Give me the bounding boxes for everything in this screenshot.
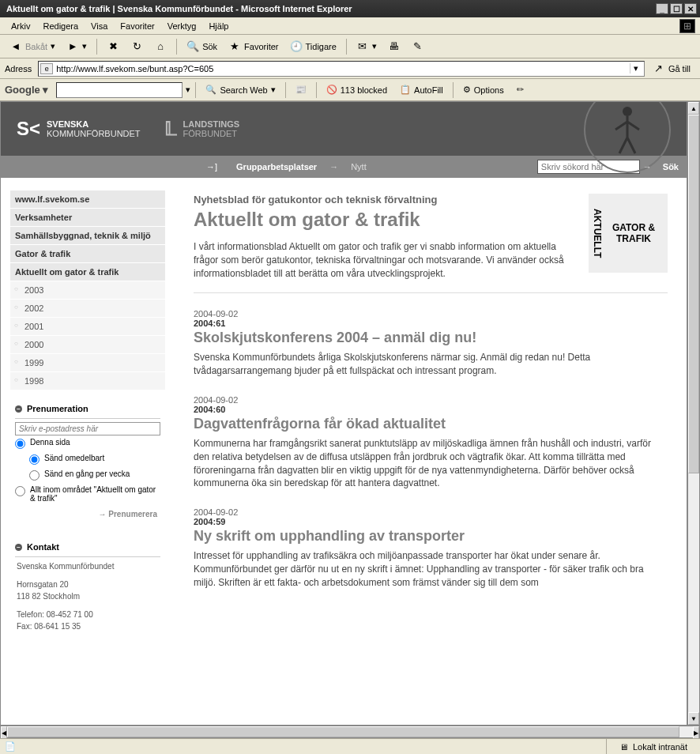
article: 2004-09-02 2004:60 Dagvattenfrågorna får…	[194, 395, 668, 490]
sidebar-year-2002[interactable]: 2002	[10, 300, 165, 317]
radio-immediate[interactable]	[29, 454, 40, 465]
google-blocked-button[interactable]: 🚫113 blocked	[322, 82, 392, 97]
menu-arkiv[interactable]: Arkiv	[5, 20, 36, 32]
aktuellt-logo-image: AKTUELLT GATOR & TRAFIK	[589, 194, 668, 273]
article-body: Intresset för upphandling av trafiksäkra…	[194, 549, 668, 589]
history-icon: 🕘	[290, 40, 303, 53]
main-content: AKTUELLT GATOR & TRAFIK Nyhetsblad för g…	[175, 178, 687, 725]
sidebar-item-samhallsbyggnad[interactable]: Samhällsbyggnad, teknik & miljö	[10, 227, 165, 244]
go-button[interactable]: ↗ Gå till	[648, 61, 695, 77]
close-button[interactable]: ✕	[684, 3, 697, 14]
search-icon: 🔍	[205, 85, 216, 95]
article-date: 2004-09-02	[194, 309, 668, 319]
sidebar-year-2000[interactable]: 2000	[10, 336, 165, 353]
radio-denna-sida[interactable]	[15, 439, 25, 449]
google-search-input[interactable]	[56, 82, 183, 98]
menu-redigera[interactable]: Redigera	[36, 20, 85, 32]
back-arrow-icon: ◄	[9, 40, 22, 53]
favorites-icon: ★	[228, 40, 241, 53]
google-logo[interactable]: Google ▾	[5, 84, 53, 96]
scroll-right-button[interactable]: ▶	[693, 726, 699, 739]
minus-icon: −	[15, 544, 22, 551]
radio-weekly[interactable]	[29, 470, 40, 481]
home-button[interactable]: ⌂	[149, 38, 171, 55]
nav-grupparbetsplatser[interactable]: Grupparbetsplatser	[224, 162, 329, 172]
status-zone: Lokalt intranät	[633, 742, 687, 752]
history-button[interactable]: 🕘Tidigare	[285, 38, 341, 55]
sidebar-item-aktuellt[interactable]: Aktuellt om gator & trafik	[10, 263, 165, 281]
google-search-web-button[interactable]: 🔍Search Web ▾	[201, 82, 280, 97]
nav-arrow-icon: →	[329, 162, 338, 172]
stop-icon: ✖	[107, 40, 119, 53]
page-viewport: S< SVENSKAKOMMUNFÖRBUNDET 𝕃 LANDSTINGSFÖ…	[0, 101, 687, 726]
forward-arrow-icon: ►	[66, 40, 79, 53]
site-search-button[interactable]: Sök	[655, 162, 687, 172]
forward-button[interactable]: ► ▾	[62, 38, 92, 55]
print-button[interactable]: 🖶	[383, 38, 405, 55]
contact-org: Svenska Kommunförbundet	[17, 560, 160, 572]
email-input[interactable]	[15, 422, 160, 435]
minus-icon: −	[15, 405, 22, 413]
article-body: Kommunerna har framgångsrikt sanerat pun…	[194, 437, 668, 490]
scroll-down-button[interactable]: ▼	[688, 712, 699, 725]
sidebar-item-home[interactable]: www.lf.svekom.se	[10, 190, 165, 208]
radio-all-area[interactable]	[15, 486, 25, 496]
contact-title: Kontakt	[27, 542, 59, 552]
scroll-up-button[interactable]: ▲	[688, 102, 699, 115]
sidebar-year-2001[interactable]: 2001	[10, 318, 165, 335]
news-icon: 📰	[295, 85, 307, 95]
google-highlight-button[interactable]: ✏	[512, 82, 529, 97]
google-autofill-button[interactable]: 📋AutoFill	[395, 82, 448, 97]
article-number: 2004:60	[194, 405, 668, 414]
stop-button[interactable]: ✖	[102, 38, 124, 55]
toolbar: ◄ Bakåt ▾ ► ▾ ✖ ↻ ⌂ 🔍Sök ★Favoriter 🕘Tid…	[0, 35, 700, 58]
article-title[interactable]: Dagvattenfrågorna får ökad aktualitet	[194, 416, 668, 432]
nav-nytt[interactable]: Nytt	[338, 162, 379, 172]
mail-button[interactable]: ✉▾	[352, 38, 382, 55]
scroll-thumb[interactable]	[7, 726, 679, 737]
menu-visa[interactable]: Visa	[85, 20, 114, 32]
article-title[interactable]: Skolskjutskonferens 2004 – anmäl dig nu!	[194, 330, 668, 346]
sidebar-year-1998[interactable]: 1998	[10, 372, 165, 390]
menubar: Arkiv Redigera Visa Favoriter Verktyg Hj…	[0, 17, 700, 35]
subscribe-button[interactable]: Prenumerera	[15, 505, 160, 523]
article-title[interactable]: Ny skrift om upphandling av transporter	[194, 528, 668, 545]
google-options-button[interactable]: ⚙Options	[458, 82, 509, 97]
favorites-button[interactable]: ★Favoriter	[224, 38, 283, 55]
navbar: →] Grupparbetsplatser → Nytt → Sök	[1, 156, 687, 178]
back-button[interactable]: ◄ Bakåt ▾	[5, 38, 60, 55]
brand-lf-logo[interactable]: 𝕃 LANDSTINGSFÖRBUNDET	[164, 118, 240, 140]
brand-sk-logo[interactable]: S< SVENSKAKOMMUNFÖRBUNDET	[17, 118, 141, 140]
edit-button[interactable]: ✎	[407, 38, 429, 55]
scroll-thumb[interactable]	[688, 115, 699, 473]
google-news-button[interactable]: 📰	[291, 82, 311, 97]
menu-favoriter[interactable]: Favoriter	[114, 20, 160, 32]
minimize-button[interactable]: _	[656, 3, 668, 14]
maximize-button[interactable]: ☐	[670, 3, 683, 14]
edit-icon: ✎	[412, 40, 424, 53]
address-url[interactable]: http://www.lf.svekom.se/bunt.asp?C=605	[56, 64, 630, 74]
window-titlebar: Aktuellt om gator & trafik | Svenska Kom…	[0, 0, 700, 17]
scroll-left-button[interactable]: ◀	[1, 726, 7, 739]
statusbar: 📄 🖥Lokalt intranät	[0, 738, 700, 754]
google-search-dropdown[interactable]: ▾	[186, 85, 190, 95]
sidebar-year-1999[interactable]: 1999	[10, 354, 165, 371]
address-dropdown-icon[interactable]: ▾	[630, 63, 642, 74]
refresh-icon: ↻	[130, 40, 143, 53]
search-button[interactable]: 🔍Sök	[182, 38, 222, 55]
address-input-wrap[interactable]: e http://www.lf.svekom.se/bunt.asp?C=605…	[38, 61, 645, 77]
dropdown-icon: ▾	[82, 41, 87, 51]
contact-section: −Kontakt Svenska Kommunförbundet Hornsga…	[10, 537, 165, 643]
vertical-scrollbar[interactable]: ▲ ▼	[687, 101, 700, 726]
article-number: 2004:61	[194, 319, 668, 328]
menu-hjalp[interactable]: Hjälp	[202, 20, 235, 32]
article: 2004-09-02 2004:59 Ny skrift om upphandl…	[194, 507, 668, 589]
sidebar-item-gator-trafik[interactable]: Gator & trafik	[10, 245, 165, 262]
menu-verktyg[interactable]: Verktyg	[161, 20, 203, 32]
horizontal-scrollbar[interactable]: ◀ ▶	[0, 726, 700, 738]
sidebar-item-verksamheter[interactable]: Verksamheter	[10, 209, 165, 226]
go-icon: ↗	[653, 62, 665, 75]
sidebar-year-2003[interactable]: 2003	[10, 281, 165, 299]
refresh-button[interactable]: ↻	[126, 38, 148, 55]
page-icon: e	[40, 63, 53, 74]
